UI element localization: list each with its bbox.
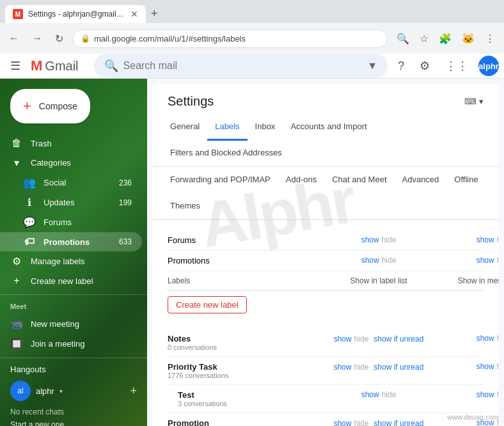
sidebar-divider-hangouts — [0, 358, 147, 358]
notes-show-if-unread-link[interactable]: show if unread — [374, 335, 423, 343]
hamburger-menu-button[interactable]: ☰ — [5, 54, 26, 78]
priority-task-hide-link[interactable]: hide — [354, 363, 369, 372]
settings-nav-accounts[interactable]: Accounts and Import — [283, 114, 374, 141]
promotion-label-cell: Promotion 0 conversations — [168, 418, 321, 426]
show-msg-col-header: Show in message list — [436, 276, 499, 285]
active-tab[interactable]: M Settings - alphrjan@gmail.com ✕ — [5, 5, 146, 23]
sidebar-item-join-meeting[interactable]: 🔲 Join a meeting — [0, 334, 142, 354]
sidebar-item-new-meeting[interactable]: 📹 New meeting — [0, 314, 142, 334]
sidebar-item-label-social: Social — [43, 178, 111, 187]
promotions-label-text: Promotions — [168, 256, 210, 265]
search-nav-icon[interactable]: 🔍 — [393, 30, 413, 47]
app-body: + Compose 🗑 Trash ▾ Categories 👥 Social … — [0, 79, 504, 426]
sidebar-item-updates[interactable]: ℹ Updates 199 — [0, 193, 142, 212]
back-button[interactable]: ← — [5, 30, 23, 47]
hangouts-section-header[interactable]: Hangouts — [0, 362, 147, 377]
new-tab-button[interactable]: + — [146, 4, 163, 23]
sidebar-item-forums[interactable]: 💬 Forums — [0, 212, 142, 232]
avatar[interactable]: alphr — [478, 56, 499, 76]
settings-nav-row1: General Labels Inbox Accounts and Import… — [152, 114, 499, 167]
priority-task-show-msg-cell: show hide — [436, 362, 499, 371]
meet-section-label: Meet — [0, 300, 147, 313]
test-show-msg-link[interactable]: show — [476, 390, 494, 399]
forward-button[interactable]: → — [28, 30, 46, 47]
sidebar-item-social[interactable]: 👥 Social 236 — [0, 173, 142, 193]
sidebar-item-promotions[interactable]: 🏷 Promotions 633 — [0, 232, 142, 251]
tab-title: Settings - alphrjan@gmail.com — [28, 10, 125, 19]
search-input[interactable] — [123, 60, 363, 72]
priority-task-show-label-cell: show hide show if unread — [321, 362, 436, 372]
notes-label-name: Notes — [168, 334, 191, 343]
settings-nav-inbox[interactable]: Inbox — [248, 114, 283, 141]
settings-nav-filters[interactable]: Filters and Blocked Addresses — [162, 140, 290, 167]
notes-show-msg-link[interactable]: show — [476, 334, 494, 343]
priority-task-hide-msg-link[interactable]: hide — [497, 362, 499, 371]
promotions-hide-msg-link[interactable]: hide — [497, 256, 499, 265]
address-bar[interactable]: 🔒 mail.google.com/mail/u/1/#settings/lab… — [72, 29, 388, 48]
hangouts-user[interactable]: al alphr ▾ + — [0, 377, 147, 405]
sidebar-item-label-updates: Updates — [43, 198, 111, 207]
settings-nav-advanced[interactable]: Advanced — [395, 167, 447, 194]
start-new-chat[interactable]: Start a new one — [0, 419, 147, 426]
search-bar[interactable]: 🔍 ▼ — [94, 54, 388, 78]
bookmark-icon[interactable]: ☆ — [416, 30, 432, 47]
test-hide-link[interactable]: hide — [382, 390, 397, 399]
search-icon: 🔍 — [104, 59, 118, 73]
notes-label-row: Notes 0 conversations show hide show if … — [168, 329, 484, 357]
test-hide-msg-link[interactable]: hide — [497, 390, 499, 399]
keyboard-shortcuts-icon[interactable]: ⌨ ▾ — [464, 97, 484, 106]
sidebar-item-label-trash: Trash — [31, 139, 132, 148]
promotions-hide-link[interactable]: hide — [382, 256, 397, 265]
hangouts-avatar: al — [10, 381, 31, 401]
extensions-icon[interactable]: 🧩 — [435, 30, 455, 47]
promotions-show-msg-link[interactable]: show — [476, 256, 494, 265]
priority-task-show-msg-link[interactable]: show — [476, 362, 494, 371]
promotions-show-link[interactable]: show — [361, 256, 379, 265]
promotion-show-if-unread-link[interactable]: show if unread — [374, 419, 423, 427]
priority-task-show-if-unread-link[interactable]: show if unread — [374, 363, 423, 372]
settings-nav-general[interactable]: General — [162, 114, 207, 141]
promotion-show-link[interactable]: show — [334, 419, 352, 427]
notes-show-link[interactable]: show — [334, 335, 352, 343]
settings-nav-themes[interactable]: Themes — [162, 193, 208, 220]
refresh-button[interactable]: ↻ — [51, 30, 67, 47]
notes-hide-link[interactable]: hide — [354, 335, 369, 343]
help-button[interactable]: ? — [393, 54, 409, 78]
compose-button[interactable]: + Compose — [10, 89, 90, 123]
forums-hide-link[interactable]: hide — [382, 235, 397, 244]
sidebar-item-categories[interactable]: ▾ Categories — [0, 153, 142, 173]
tab-favicon: M — [13, 9, 23, 19]
tab-close-button[interactable]: ✕ — [130, 9, 138, 19]
url-text: mail.google.com/mail/u/1/#settings/label… — [94, 34, 379, 43]
menu-dots-icon[interactable]: ⋮ — [481, 30, 499, 47]
priority-task-show-link[interactable]: show — [334, 363, 352, 372]
settings-nav-chat[interactable]: Chat and Meet — [324, 167, 394, 194]
updates-icon: ℹ — [23, 196, 36, 209]
forums-label-cell: Forums — [168, 235, 321, 245]
settings-nav-labels[interactable]: Labels — [207, 114, 247, 141]
hangouts-arrow-icon: ▾ — [59, 388, 63, 395]
forums-show-msg-link[interactable]: show — [476, 235, 494, 244]
forums-hide-msg-link[interactable]: hide — [497, 235, 499, 244]
apps-button[interactable]: ⋮⋮ — [440, 54, 473, 78]
priority-task-label-row: Priority Task 1776 conversations show hi… — [168, 357, 484, 385]
settings-nav-row2: Forwarding and POP/IMAP Add-ons Chat and… — [152, 167, 499, 220]
create-label-button[interactable]: Create new label — [168, 296, 247, 313]
test-show-link[interactable]: show — [361, 390, 379, 399]
sidebar-item-manage-labels[interactable]: ⚙ Manage labels — [0, 251, 142, 271]
promotion-hide-link[interactable]: hide — [354, 419, 369, 427]
search-options-icon[interactable]: ▼ — [367, 60, 377, 72]
hangouts-add-button[interactable]: + — [130, 384, 137, 398]
cat-icon[interactable]: 🐱 — [458, 30, 478, 47]
settings-button[interactable]: ⚙ — [414, 54, 435, 78]
sidebar-item-create-label[interactable]: + Create new label — [0, 271, 142, 290]
categories-icon: ▾ — [10, 157, 23, 169]
forums-show-link[interactable]: show — [361, 235, 379, 244]
forums-show-msg-cell: show hide — [436, 235, 499, 244]
settings-nav-offline[interactable]: Offline — [446, 167, 485, 194]
gmail-logo: M Gmail — [31, 58, 79, 74]
settings-nav-addons[interactable]: Add-ons — [278, 167, 324, 194]
sidebar-item-trash[interactable]: 🗑 Trash — [0, 134, 142, 153]
settings-nav-forwarding[interactable]: Forwarding and POP/IMAP — [162, 167, 278, 194]
notes-hide-msg-link[interactable]: hide — [497, 334, 499, 343]
